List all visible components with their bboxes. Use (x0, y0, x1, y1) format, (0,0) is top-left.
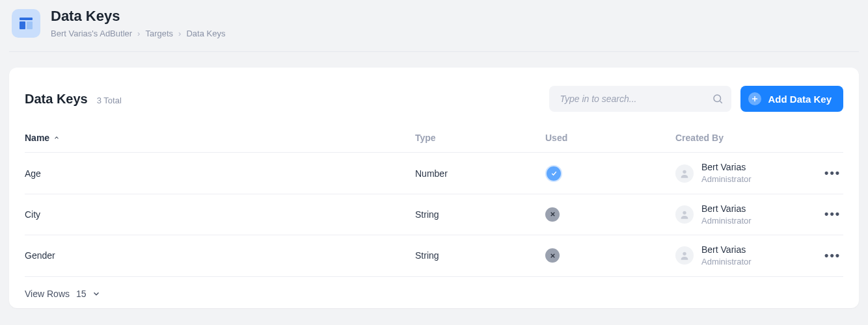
chevron-down-icon (92, 289, 101, 298)
creator-name: Bert Varias (701, 244, 752, 255)
cell-used (545, 165, 675, 182)
page-title: Data Keys (51, 8, 225, 25)
column-header-name[interactable]: Name (25, 133, 415, 143)
creator-name: Bert Varias (701, 162, 752, 173)
table-footer: View Rows 15 (25, 277, 843, 299)
breadcrumb-separator: › (137, 29, 140, 38)
search-icon (712, 93, 724, 105)
breadcrumb-item[interactable]: Bert Varias's AdButler (51, 29, 132, 38)
svg-point-7 (683, 170, 686, 173)
view-rows-label: View Rows (25, 289, 70, 299)
breadcrumb-item[interactable]: Targets (145, 29, 173, 38)
column-header-type[interactable]: Type (415, 133, 545, 143)
add-button-label: Add Data Key (768, 94, 832, 105)
search-input[interactable] (549, 86, 731, 112)
check-icon (545, 165, 562, 182)
svg-line-4 (720, 101, 722, 103)
creator-name: Bert Varias (701, 203, 752, 214)
table-row: AgeNumberBert VariasAdministrator••• (25, 153, 843, 194)
column-label: Name (25, 133, 49, 143)
breadcrumb-separator: › (178, 29, 181, 38)
svg-rect-0 (20, 18, 33, 20)
row-actions-button[interactable]: ••• (817, 166, 843, 180)
cell-used (545, 248, 675, 263)
plus-icon (748, 92, 761, 105)
data-keys-table: Name Type Used Created By AgeNumberBert … (25, 126, 843, 276)
cell-created-by: Bert VariasAdministrator (675, 162, 817, 184)
avatar (675, 164, 694, 183)
cell-created-by: Bert VariasAdministrator (675, 203, 817, 226)
svg-point-10 (683, 211, 686, 214)
column-header-created-by[interactable]: Created By (675, 133, 817, 143)
cell-type: Number (415, 168, 545, 179)
cell-name: Gender (25, 250, 415, 261)
rows-per-page-select[interactable]: 15 (76, 289, 101, 299)
row-actions-button[interactable]: ••• (817, 207, 843, 221)
cell-created-by: Bert VariasAdministrator (675, 244, 817, 266)
data-keys-card: Data Keys 3 Total Add Data Key Name (9, 68, 859, 307)
breadcrumb-item: Data Keys (186, 29, 225, 38)
x-icon (545, 248, 560, 263)
table-row: GenderStringBert VariasAdministrator••• (25, 235, 843, 276)
column-header-used[interactable]: Used (545, 133, 675, 143)
creator-role: Administrator (701, 257, 752, 267)
cell-name: Age (25, 168, 415, 179)
cell-name: City (25, 209, 415, 220)
creator-role: Administrator (701, 216, 752, 226)
svg-point-3 (714, 95, 721, 102)
svg-point-13 (683, 252, 686, 255)
svg-rect-1 (20, 21, 25, 29)
avatar (675, 246, 694, 265)
card-count: 3 Total (97, 96, 122, 105)
table-header-row: Name Type Used Created By (25, 126, 843, 153)
search-wrap (549, 86, 731, 112)
breadcrumb: Bert Varias's AdButler › Targets › Data … (51, 29, 225, 38)
cell-type: String (415, 209, 545, 220)
avatar (675, 205, 694, 224)
cell-type: String (415, 250, 545, 261)
table-row: CityStringBert VariasAdministrator••• (25, 194, 843, 235)
svg-rect-2 (27, 21, 33, 29)
card-title: Data Keys (25, 92, 88, 107)
sort-asc-icon (53, 135, 60, 141)
rows-value: 15 (76, 289, 87, 299)
x-icon (545, 207, 560, 222)
creator-role: Administrator (701, 174, 752, 185)
row-actions-button[interactable]: ••• (817, 249, 843, 263)
app-icon (12, 9, 40, 38)
add-data-key-button[interactable]: Add Data Key (740, 86, 843, 112)
cell-used (545, 207, 675, 222)
page-header: Data Keys Bert Varias's AdButler › Targe… (9, 8, 859, 52)
